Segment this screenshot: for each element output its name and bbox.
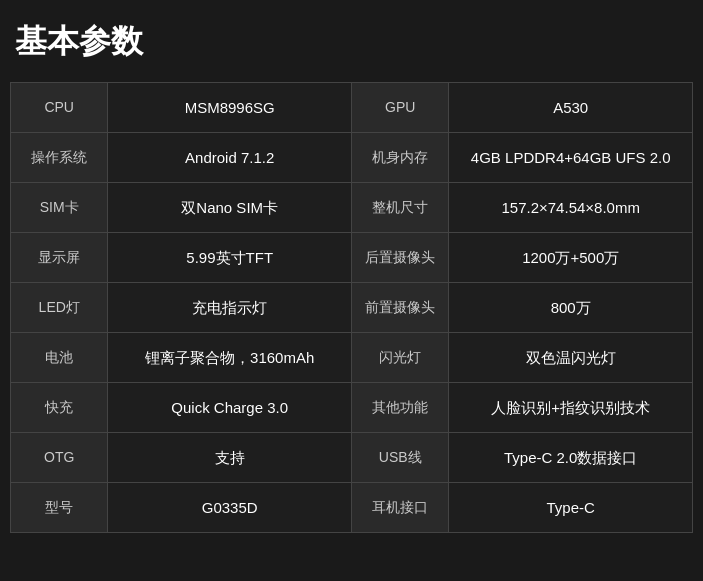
spec-label: 型号 bbox=[11, 483, 108, 533]
spec-label: 闪光灯 bbox=[351, 333, 448, 383]
spec-value: 充电指示灯 bbox=[108, 283, 352, 333]
spec-label: 快充 bbox=[11, 383, 108, 433]
spec-label: 操作系统 bbox=[11, 133, 108, 183]
spec-value: G0335D bbox=[108, 483, 352, 533]
spec-value: 157.2×74.54×8.0mm bbox=[449, 183, 693, 233]
spec-label: 后置摄像头 bbox=[351, 233, 448, 283]
page-title: 基本参数 bbox=[10, 20, 693, 64]
table-row: OTG支持USB线Type-C 2.0数据接口 bbox=[11, 433, 693, 483]
spec-value: A530 bbox=[449, 83, 693, 133]
spec-value: MSM8996SG bbox=[108, 83, 352, 133]
spec-value: 支持 bbox=[108, 433, 352, 483]
spec-label: 其他功能 bbox=[351, 383, 448, 433]
spec-label: 电池 bbox=[11, 333, 108, 383]
spec-label: GPU bbox=[351, 83, 448, 133]
spec-value: 800万 bbox=[449, 283, 693, 333]
spec-label: OTG bbox=[11, 433, 108, 483]
spec-value: 5.99英寸TFT bbox=[108, 233, 352, 283]
spec-label: USB线 bbox=[351, 433, 448, 483]
page-container: 基本参数 CPUMSM8996SGGPUA530操作系统Android 7.1.… bbox=[0, 0, 703, 543]
spec-label: 整机尺寸 bbox=[351, 183, 448, 233]
spec-label: SIM卡 bbox=[11, 183, 108, 233]
spec-value: 双Nano SIM卡 bbox=[108, 183, 352, 233]
table-row: CPUMSM8996SGGPUA530 bbox=[11, 83, 693, 133]
table-row: 显示屏5.99英寸TFT后置摄像头1200万+500万 bbox=[11, 233, 693, 283]
table-row: LED灯充电指示灯前置摄像头800万 bbox=[11, 283, 693, 333]
table-row: 快充Quick Charge 3.0其他功能人脸识别+指纹识别技术 bbox=[11, 383, 693, 433]
spec-value: Quick Charge 3.0 bbox=[108, 383, 352, 433]
spec-label: 前置摄像头 bbox=[351, 283, 448, 333]
table-row: 电池锂离子聚合物，3160mAh闪光灯双色温闪光灯 bbox=[11, 333, 693, 383]
spec-label: LED灯 bbox=[11, 283, 108, 333]
table-row: 型号G0335D耳机接口Type-C bbox=[11, 483, 693, 533]
spec-value: Type-C bbox=[449, 483, 693, 533]
spec-label: 显示屏 bbox=[11, 233, 108, 283]
spec-value: 锂离子聚合物，3160mAh bbox=[108, 333, 352, 383]
spec-value: 4GB LPDDR4+64GB UFS 2.0 bbox=[449, 133, 693, 183]
spec-value: 双色温闪光灯 bbox=[449, 333, 693, 383]
spec-value: Android 7.1.2 bbox=[108, 133, 352, 183]
spec-value: 1200万+500万 bbox=[449, 233, 693, 283]
spec-value: 人脸识别+指纹识别技术 bbox=[449, 383, 693, 433]
spec-value: Type-C 2.0数据接口 bbox=[449, 433, 693, 483]
spec-table: CPUMSM8996SGGPUA530操作系统Android 7.1.2机身内存… bbox=[10, 82, 693, 533]
spec-label: 耳机接口 bbox=[351, 483, 448, 533]
spec-label: 机身内存 bbox=[351, 133, 448, 183]
table-row: SIM卡双Nano SIM卡整机尺寸157.2×74.54×8.0mm bbox=[11, 183, 693, 233]
spec-label: CPU bbox=[11, 83, 108, 133]
table-row: 操作系统Android 7.1.2机身内存4GB LPDDR4+64GB UFS… bbox=[11, 133, 693, 183]
